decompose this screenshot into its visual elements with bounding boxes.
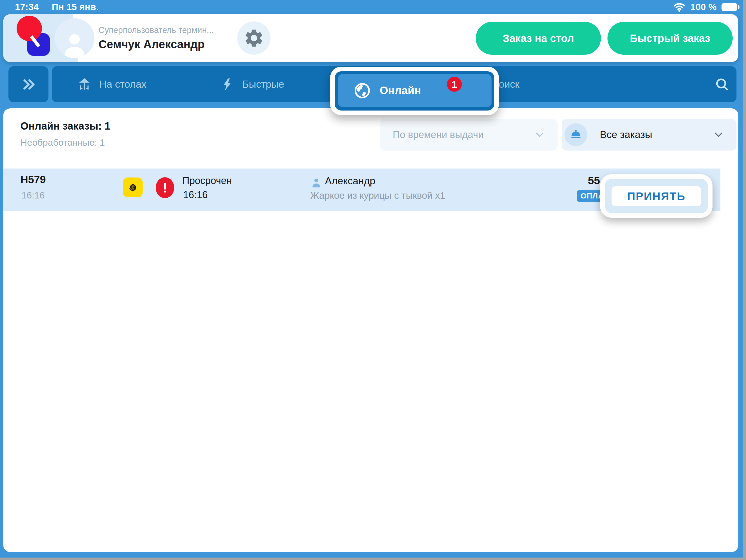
chevron-down-icon [534, 129, 545, 140]
battery-percent: 100 % [690, 2, 717, 12]
tab-label: Онлайн [380, 74, 421, 107]
status-date: Пн 15 янв. [52, 2, 98, 12]
yandex-eats-icon [123, 177, 143, 197]
tab-label: На столах [99, 79, 146, 90]
accept-order-button[interactable]: ПРИНЯТЬ [611, 186, 701, 206]
table-order-button[interactable]: Заказ на стол [476, 22, 601, 55]
lightning-icon [221, 78, 234, 91]
header: Суперпользователь термин... Семчук Алекс… [3, 14, 738, 62]
ipad-screen: 17:34 Пн 15 янв. 100 % [0, 0, 746, 560]
current-user[interactable]: Суперпользователь термин... Семчук Алекс… [98, 14, 213, 62]
order-total: 55 [588, 174, 600, 187]
user-role: Суперпользователь термин... [98, 25, 213, 35]
panel-subtitle: Необработанные: 1 [21, 137, 105, 148]
order-due-time: 16:16 [183, 189, 208, 201]
order-number: Н579 [21, 174, 46, 186]
user-avatar[interactable] [55, 18, 94, 58]
settings-button[interactable] [237, 22, 270, 55]
order-created-time: 16:16 [22, 190, 45, 201]
cloche-icon [565, 123, 587, 146]
sidebar-collapse-button[interactable] [8, 66, 49, 102]
tutorial-highlight-online: Онлайн 1 [330, 67, 499, 115]
online-count-badge: 1 [447, 77, 462, 92]
order-items-summary: Жаркое из курицы с тыквой x1 [310, 190, 445, 201]
sort-dropdown[interactable]: По времени выдачи [380, 119, 558, 150]
wifi-icon [673, 2, 686, 12]
tutorial-highlight-accept: ПРИНЯТЬ [600, 174, 713, 218]
terrace-table-icon [78, 78, 91, 91]
user-name: Семчук Александр [98, 38, 213, 51]
customer-person-icon [311, 177, 322, 188]
gear-icon [243, 28, 264, 49]
overdue-alert-icon: ! [156, 177, 174, 198]
app-frame: 17:34 Пн 15 янв. 100 % [0, 0, 743, 558]
tab-online[interactable]: Онлайн 1 [338, 74, 491, 107]
customer-name: Александр [325, 175, 375, 187]
search-icon [714, 77, 730, 92]
sort-dropdown-value: По времени выдачи [393, 129, 534, 140]
search-button[interactable] [714, 76, 730, 93]
panel-title: Онлайн заказы: 1 [21, 120, 110, 132]
chevron-down-icon [713, 129, 724, 140]
order-status: Просрочен [182, 175, 232, 187]
double-chevron-right-icon [20, 76, 37, 93]
filter-dropdown-value: Все заказы [600, 129, 713, 140]
tab-label: Быстрые [242, 79, 284, 90]
filter-dropdown[interactable]: Все заказы [562, 119, 737, 150]
person-icon [60, 30, 89, 58]
tab-on-tables[interactable]: На столах [78, 66, 146, 102]
globe-icon [354, 83, 370, 99]
battery-icon [721, 3, 740, 11]
online-orders-panel: Онлайн заказы: 1 Необработанные: 1 По вр… [3, 108, 738, 552]
status-bar: 17:34 Пн 15 янв. 100 % [0, 0, 743, 13]
quick-order-button[interactable]: Быстрый заказ [607, 22, 733, 55]
tab-quick[interactable]: Быстрые [221, 66, 284, 102]
status-time: 17:34 [15, 2, 39, 12]
